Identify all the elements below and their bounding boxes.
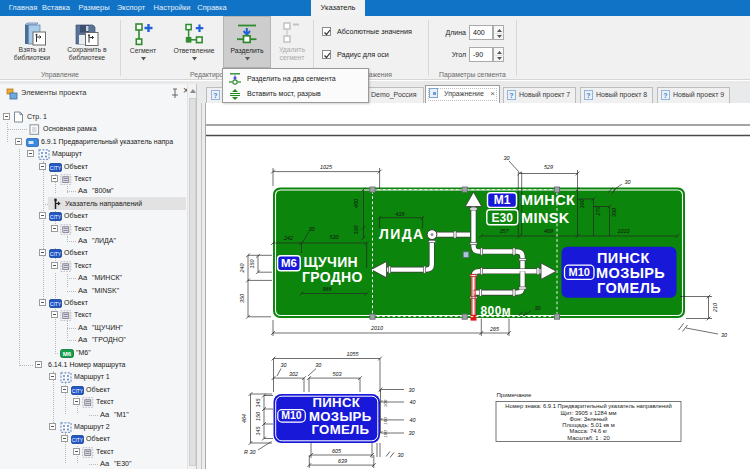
svg-text:ПИНСК: ПИНСК: [597, 250, 650, 266]
svg-text:Примечание: Примечание: [497, 392, 532, 398]
svg-text:503: 503: [333, 371, 342, 377]
svg-text:М1: М1: [494, 193, 511, 207]
svg-text:Масштаб: 1 : 20: Масштаб: 1 : 20: [567, 435, 610, 441]
svg-text:30: 30: [281, 362, 287, 368]
svg-text:М10: М10: [568, 266, 589, 278]
svg-text:МИНСК: МИНСК: [521, 192, 575, 208]
svg-text:400: 400: [353, 199, 359, 208]
svg-text:30: 30: [721, 332, 727, 338]
svg-text:30: 30: [398, 452, 404, 458]
svg-text:1055: 1055: [347, 351, 360, 357]
svg-text:Фон: Зеленый: Фон: Зеленый: [570, 416, 608, 422]
svg-text:464: 464: [241, 414, 247, 423]
svg-text:30: 30: [535, 305, 541, 311]
svg-text:145: 145: [255, 426, 261, 436]
svg-text:270: 270: [595, 207, 601, 217]
svg-text:30: 30: [309, 226, 315, 232]
svg-text:30: 30: [504, 155, 510, 161]
svg-text:357: 357: [500, 228, 510, 234]
svg-text:ЩУЧИН: ЩУЧИН: [304, 254, 359, 270]
svg-text:350: 350: [239, 294, 245, 303]
svg-text:100: 100: [353, 226, 359, 235]
svg-text:МОЗЫРЬ: МОЗЫРЬ: [309, 409, 372, 424]
svg-text:100: 100: [383, 430, 388, 438]
svg-text:R 30: R 30: [244, 449, 255, 455]
svg-text:30: 30: [315, 362, 321, 368]
svg-text:30: 30: [625, 179, 631, 185]
svg-text:30: 30: [409, 430, 415, 436]
svg-text:ГРОДНО: ГРОДНО: [302, 269, 363, 285]
svg-text:145: 145: [255, 398, 261, 408]
svg-text:210: 210: [712, 303, 718, 313]
svg-text:40: 40: [410, 417, 416, 423]
svg-text:265: 265: [489, 326, 500, 332]
svg-text:968: 968: [323, 286, 332, 292]
svg-text:Площадь: 5.01 кв м: Площадь: 5.01 кв м: [562, 422, 615, 428]
svg-text:150: 150: [249, 260, 255, 269]
svg-text:MINSK: MINSK: [521, 210, 570, 226]
svg-text:2010: 2010: [370, 325, 383, 331]
svg-text:639: 639: [338, 458, 347, 464]
svg-text:Е30: Е30: [492, 211, 514, 225]
svg-text:М10: М10: [281, 409, 302, 421]
svg-text:М6: М6: [281, 257, 297, 269]
svg-text:ЛИДА: ЛИДА: [379, 226, 425, 242]
svg-text:800м: 800м: [481, 304, 512, 318]
svg-text:ГОМЕЛЬ: ГОМЕЛЬ: [312, 422, 370, 437]
svg-text:605: 605: [332, 448, 342, 454]
svg-text:100: 100: [383, 399, 388, 407]
svg-text:350: 350: [611, 208, 617, 217]
svg-text:1025: 1025: [320, 164, 333, 170]
svg-text:100: 100: [383, 417, 388, 425]
svg-text:242: 242: [283, 235, 293, 241]
svg-text:240: 240: [239, 264, 245, 274]
svg-text:469: 469: [544, 228, 553, 234]
svg-text:30: 30: [409, 387, 415, 393]
svg-text:418: 418: [396, 211, 405, 217]
svg-text:100: 100: [579, 200, 585, 209]
svg-text:530: 530: [330, 234, 339, 240]
svg-text:ГОМЕЛЬ: ГОМЕЛЬ: [597, 280, 661, 296]
svg-text:Щит: 3905 x 1284 мм: Щит: 3905 x 1284 мм: [560, 410, 616, 416]
svg-text:ПИНСК: ПИНСК: [313, 395, 361, 410]
svg-text:150: 150: [255, 412, 261, 421]
svg-text:302: 302: [289, 371, 298, 377]
svg-text:Номер знака: 6.9.1 Предварител: Номер знака: 6.9.1 Предварительный указа…: [505, 403, 671, 409]
svg-text:40: 40: [410, 399, 416, 405]
svg-text:МОЗЫРЬ: МОЗЫРЬ: [596, 265, 665, 281]
svg-text:529: 529: [544, 164, 553, 170]
svg-text:Масса: 74.6 кг: Масса: 74.6 кг: [570, 428, 608, 434]
svg-text:1010: 1010: [618, 228, 630, 234]
